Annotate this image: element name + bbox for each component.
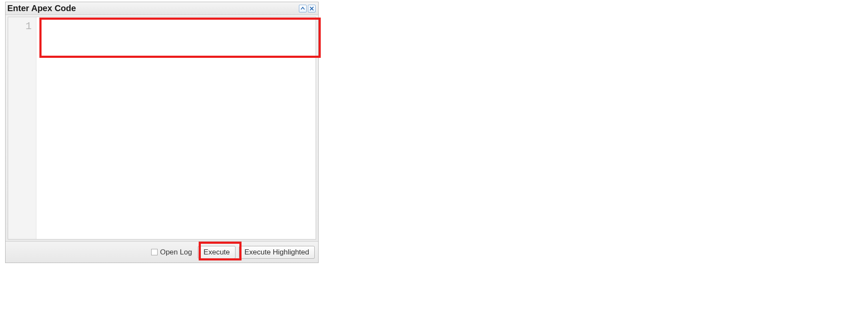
panel-footer: Open Log Execute Execute Highlighted bbox=[6, 241, 318, 263]
execute-button[interactable]: Execute bbox=[198, 246, 235, 259]
panel-header: Enter Apex Code bbox=[6, 2, 318, 15]
apex-code-panel: Enter Apex Code 1 Open Log Execute Exe bbox=[5, 2, 319, 263]
close-button[interactable] bbox=[308, 5, 316, 12]
header-controls bbox=[299, 5, 316, 12]
execute-highlighted-button[interactable]: Execute Highlighted bbox=[239, 246, 315, 259]
collapse-button[interactable] bbox=[299, 5, 307, 12]
open-log-option[interactable]: Open Log bbox=[151, 248, 192, 257]
collapse-up-icon bbox=[301, 6, 305, 11]
apex-code-input[interactable] bbox=[36, 17, 316, 239]
open-log-label: Open Log bbox=[160, 248, 192, 257]
line-number-gutter: 1 bbox=[8, 17, 36, 239]
close-icon bbox=[310, 6, 314, 11]
open-log-checkbox[interactable] bbox=[151, 249, 158, 255]
line-number: 1 bbox=[8, 21, 32, 32]
panel-title: Enter Apex Code bbox=[7, 3, 76, 13]
code-editor: 1 bbox=[8, 17, 316, 239]
